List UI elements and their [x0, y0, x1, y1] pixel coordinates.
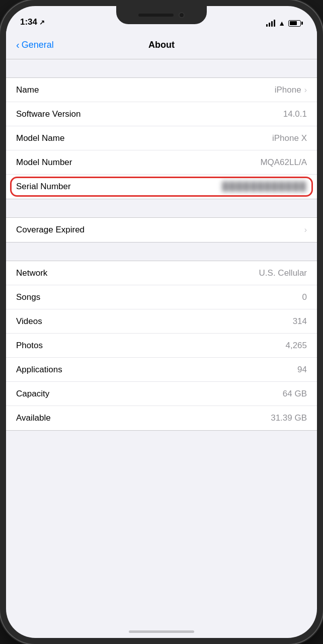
info-group: Name iPhone › Software Version 14.0.1 Mo…	[6, 77, 317, 199]
photos-label: Photos	[16, 341, 43, 351]
coverage-group: Coverage Expired ›	[6, 217, 317, 243]
software-version-value: 14.0.1	[283, 109, 307, 119]
videos-value: 314	[293, 316, 307, 327]
nav-bar: ‹ General About	[6, 31, 317, 59]
battery-icon	[288, 20, 303, 27]
wifi-icon: ▲	[278, 19, 285, 27]
software-version-row: Software Version 14.0.1	[6, 102, 317, 126]
available-label: Available	[16, 413, 51, 423]
mid-gap-2	[6, 243, 317, 261]
status-time: 1:34 ↗	[20, 17, 45, 27]
available-row: Available 31.39 GB	[6, 406, 317, 430]
songs-label: Songs	[16, 292, 40, 302]
back-button-label: General	[22, 40, 54, 50]
songs-row: Songs 0	[6, 285, 317, 309]
coverage-label: Coverage Expired	[16, 225, 85, 235]
time-display: 1:34	[20, 17, 37, 27]
coverage-row[interactable]: Coverage Expired ›	[6, 218, 317, 242]
name-value: iPhone	[275, 85, 301, 95]
name-label: Name	[16, 85, 39, 95]
model-name-label: Model Name	[16, 133, 64, 143]
network-row: Network U.S. Cellular	[6, 261, 317, 285]
phone-frame: 1:34 ↗ ▲	[0, 0, 323, 644]
stats-group: Network U.S. Cellular Songs 0 Videos 314…	[6, 261, 317, 431]
serial-number-label: Serial Number	[16, 182, 71, 192]
songs-value: 0	[302, 292, 307, 302]
notch	[116, 6, 207, 24]
capacity-row: Capacity 64 GB	[6, 382, 317, 406]
applications-row: Applications 94	[6, 358, 317, 382]
applications-value: 94	[297, 365, 307, 375]
photos-row: Photos 4,265	[6, 334, 317, 358]
location-arrow-icon: ↗	[39, 19, 45, 26]
capacity-value: 64 GB	[283, 389, 307, 399]
status-icons: ▲	[266, 19, 303, 27]
model-name-row: Model Name iPhone X	[6, 126, 317, 150]
network-label: Network	[16, 268, 47, 278]
content-scroll[interactable]: Name iPhone › Software Version 14.0.1 Mo…	[6, 59, 317, 638]
screen: 1:34 ↗ ▲	[6, 6, 317, 638]
photos-value: 4,265	[285, 341, 307, 351]
serial-number-value: ████████████	[222, 182, 307, 192]
name-row[interactable]: Name iPhone ›	[6, 78, 317, 102]
coverage-chevron-icon: ›	[304, 225, 307, 234]
page-title: About	[148, 40, 175, 50]
front-camera	[179, 12, 185, 18]
home-indicator-spacer	[6, 449, 317, 479]
software-version-label: Software Version	[16, 109, 81, 119]
model-number-value: MQA62LL/A	[260, 157, 307, 168]
name-value-container: iPhone ›	[275, 85, 307, 95]
applications-label: Applications	[16, 365, 62, 375]
network-value: U.S. Cellular	[259, 268, 307, 278]
videos-label: Videos	[16, 316, 42, 327]
back-button[interactable]: ‹ General	[16, 39, 54, 51]
videos-row: Videos 314	[6, 309, 317, 334]
home-indicator[interactable]	[129, 630, 194, 633]
available-value: 31.39 GB	[271, 413, 307, 423]
back-chevron-icon: ‹	[16, 39, 20, 51]
serial-number-row[interactable]: Serial Number ████████████	[6, 175, 317, 199]
bottom-gap	[6, 431, 317, 449]
model-number-row: Model Number MQA62LL/A	[6, 150, 317, 175]
name-chevron-icon: ›	[304, 86, 307, 95]
model-name-value: iPhone X	[272, 133, 307, 143]
top-gap	[6, 59, 317, 77]
mid-gap-1	[6, 199, 317, 217]
capacity-label: Capacity	[16, 389, 49, 399]
signal-icon	[266, 20, 275, 27]
model-number-label: Model Number	[16, 157, 72, 168]
speaker	[138, 14, 174, 17]
